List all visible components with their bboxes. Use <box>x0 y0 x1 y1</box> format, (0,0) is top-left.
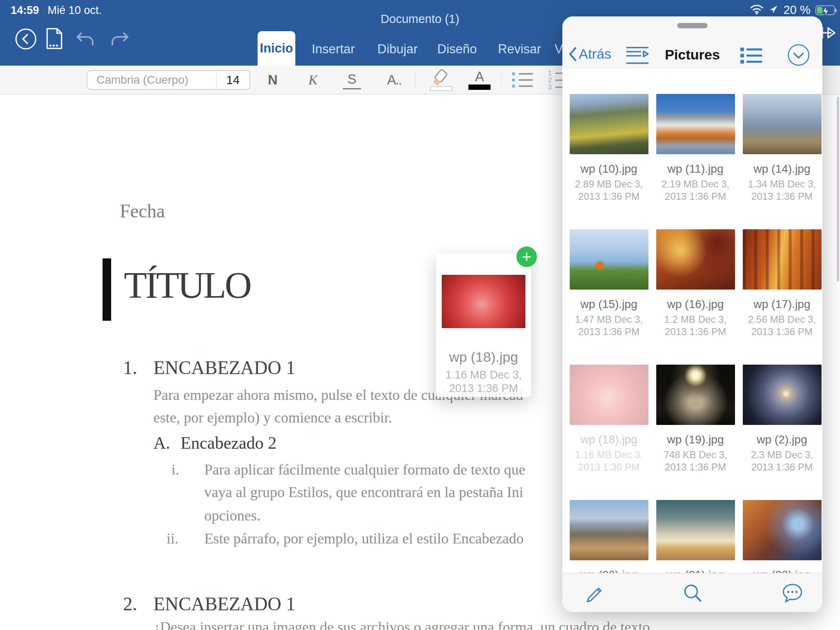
file-name: wp (17).jpg <box>739 298 822 311</box>
font-size-value[interactable]: 14 <box>217 73 249 87</box>
file-name: wp (2).jpg <box>739 433 822 446</box>
tab-vista-partial[interactable]: V <box>555 42 563 57</box>
file-item[interactable]: wp (14).jpg 1.34 MB Dec 3, 2013 1:36 PM <box>739 94 822 229</box>
tab-revisar[interactable]: Revisar <box>498 42 541 57</box>
file-thumbnail-red-forest <box>743 229 822 290</box>
share-next-icon[interactable] <box>820 24 838 43</box>
panel-header: Atrás Pictures <box>562 16 822 68</box>
file-thumbnail-rose <box>570 365 648 425</box>
file-thumbnail-desert-mountains <box>570 500 648 560</box>
collapse-panel-icon[interactable] <box>787 43 810 68</box>
font-name-value[interactable]: Cambria (Cuerpo) <box>87 73 216 87</box>
grab-handle[interactable] <box>677 23 708 28</box>
file-thumbnail-race-car <box>570 229 648 290</box>
edit-pencil-icon[interactable] <box>584 582 606 605</box>
document-scrollbar[interactable] <box>837 97 839 281</box>
tab-inicio[interactable]: Inicio <box>258 31 295 66</box>
file-thumbnail-misty-mountains <box>743 94 822 154</box>
file-thumbnail-autumn-valley <box>570 94 648 154</box>
comments-icon[interactable] <box>781 582 803 605</box>
highlighter-button[interactable] <box>429 69 454 91</box>
paragraph-line[interactable]: opciones. <box>204 507 260 524</box>
file-item[interactable]: wp (11).jpg 2.19 MB Dec 3, 2013 1:36 PM <box>652 94 739 229</box>
file-browser-panel: Atrás Pictures wp (10).jpg 2.89 MB Dec 3… <box>562 16 822 612</box>
file-name: wp (14).jpg <box>739 162 822 176</box>
file-name: wp (15).jpg <box>566 298 652 311</box>
tab-dibujar[interactable]: Dibujar <box>377 42 418 57</box>
list-marker: i. <box>171 461 179 478</box>
file-meta: 1.16 MB Dec 3, 2013 1:36 PM <box>572 449 646 473</box>
file-thumbnail-shuttle-launch <box>656 500 735 560</box>
file-meta: 2.19 MB Dec 3, 2013 1:36 PM <box>659 178 733 203</box>
file-item[interactable]: wp (19).jpg 748 KB Dec 3, 2013 1:36 PM <box>652 365 739 500</box>
file-thumbnail-mountain-lake <box>656 94 735 154</box>
tab-diseno[interactable]: Diseño <box>437 42 477 57</box>
file-item[interactable]: wp (10).jpg 2.89 MB Dec 3, 2013 1:36 PM <box>566 94 652 229</box>
toolbar-divider-2 <box>501 72 502 88</box>
paragraph-line[interactable]: Este párrafo, por ejemplo, utiliza el es… <box>204 530 524 547</box>
heading-1[interactable]: ENCABEZADO 1 <box>153 357 295 379</box>
dragged-file-meta: 1.16 MB Dec 3, 2013 1:36 PM <box>443 368 525 395</box>
panel-bottom-toolbar <box>562 573 822 612</box>
list-marker: A. <box>153 433 170 453</box>
underline-button[interactable]: S <box>343 71 361 89</box>
heading-2[interactable]: Encabezado 2 <box>180 433 276 453</box>
file-thumbnail-galaxy <box>743 365 822 425</box>
list-view-icon[interactable] <box>740 47 762 66</box>
file-thumbnail-autumn-leaves <box>656 229 735 290</box>
document-heading-title[interactable]: TÍTULO <box>124 263 250 307</box>
bold-button[interactable]: N <box>262 71 283 89</box>
paragraph-line[interactable]: ¿Desea insertar una imagen de sus archiv… <box>153 619 650 630</box>
file-meta: 1.2 MB Dec 3, 2013 1:36 PM <box>659 313 733 338</box>
file-meta: 2.56 MB Dec 3, 2013 1:36 PM <box>745 313 819 338</box>
file-name: wp (19).jpg <box>652 433 739 446</box>
paragraph-line[interactable]: Para aplicar fácilmente cualquier format… <box>204 461 525 478</box>
file-meta: 2.89 MB Dec 3, 2013 1:36 PM <box>572 178 646 203</box>
font-picker[interactable]: Cambria (Cuerpo) 14 <box>87 70 250 90</box>
new-document-icon[interactable] <box>44 27 64 52</box>
heading-1[interactable]: ENCABEZADO 1 <box>153 593 295 615</box>
file-grid: wp (10).jpg 2.89 MB Dec 3, 2013 1:36 PM … <box>562 68 822 573</box>
file-name: wp (21).jpg <box>652 568 739 573</box>
bullet-list-button[interactable] <box>512 72 537 89</box>
file-thumbnail-nebula <box>743 500 822 560</box>
toolbar-divider <box>415 72 415 88</box>
file-item[interactable]: wp (21).jpg <box>652 500 739 573</box>
list-marker: 2. <box>123 593 137 615</box>
file-item[interactable]: wp (15).jpg 1.47 MB Dec 3, 2013 1:36 PM <box>566 229 652 365</box>
more-formatting-button[interactable]: A.. <box>380 71 409 89</box>
date-placeholder[interactable]: Fecha <box>120 200 165 222</box>
file-meta: 1.47 MB Dec 3, 2013 1:36 PM <box>572 313 646 338</box>
file-item[interactable]: wp (2).jpg 2.3 MB Dec 3, 2013 1:36 PM <box>739 365 822 500</box>
italic-button[interactable]: K <box>303 71 323 89</box>
list-marker: 1. <box>123 357 137 379</box>
dragged-file-card[interactable]: wp (18).jpg 1.16 MB Dec 3, 2013 1:36 PM … <box>436 253 531 397</box>
file-name: wp (10).jpg <box>566 162 652 176</box>
dragged-file-name: wp (18).jpg <box>436 349 531 365</box>
file-name: wp (20).jpg <box>566 568 652 573</box>
file-name: wp (22).jpg <box>739 568 822 573</box>
file-name: wp (11).jpg <box>652 162 739 176</box>
search-icon[interactable] <box>682 582 703 605</box>
file-item[interactable]: wp (16).jpg 1.2 MB Dec 3, 2013 1:36 PM <box>652 229 739 365</box>
paragraph-line[interactable]: vaya al grupo Estilos, que encontrará en… <box>204 484 523 501</box>
undo-icon[interactable] <box>75 31 95 50</box>
file-thumbnail-night-rocket <box>656 365 735 425</box>
file-item[interactable]: wp (20).jpg <box>566 500 652 573</box>
file-item-dragging-source[interactable]: wp (18).jpg 1.16 MB Dec 3, 2013 1:36 PM <box>566 365 652 500</box>
font-color-button[interactable]: A <box>468 70 491 90</box>
dragged-file-thumbnail-rose <box>442 275 525 328</box>
file-item[interactable]: wp (17).jpg 2.56 MB Dec 3, 2013 1:36 PM <box>739 229 822 365</box>
file-item[interactable]: wp (22).jpg <box>739 500 822 573</box>
redo-icon[interactable] <box>110 31 130 50</box>
list-marker: ii. <box>167 530 178 547</box>
file-meta: 748 KB Dec 3, 2013 1:36 PM <box>659 449 733 473</box>
file-meta: 1.34 MB Dec 3, 2013 1:36 PM <box>745 178 819 203</box>
title-style-bar <box>103 258 111 321</box>
add-badge-icon: + <box>516 247 537 267</box>
paragraph-line[interactable]: este, por ejemplo) y comience a escribir… <box>153 409 392 426</box>
file-name: wp (16).jpg <box>652 298 739 311</box>
back-button[interactable] <box>15 28 37 52</box>
tab-insertar[interactable]: Insertar <box>312 42 355 57</box>
panel-title: Pictures <box>562 47 822 63</box>
